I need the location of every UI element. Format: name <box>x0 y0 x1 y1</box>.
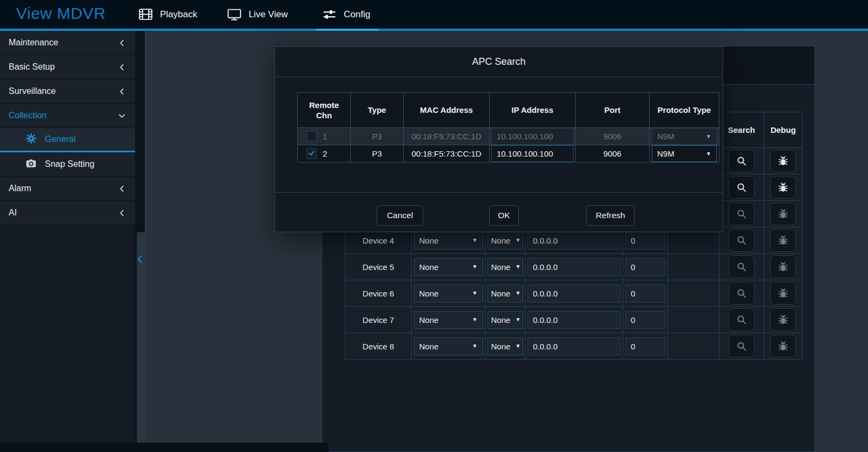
type-select[interactable]: None▼ <box>414 285 483 302</box>
sidebar-item-maintenance[interactable]: Maintenance <box>0 31 135 55</box>
search-icon <box>736 261 747 273</box>
type-select-value: None <box>419 236 439 245</box>
device-port-cell <box>623 307 667 333</box>
apc-ip-cell <box>490 145 575 162</box>
cancel-button[interactable]: Cancel <box>377 205 423 226</box>
chevron-down-icon: ▼ <box>472 317 478 322</box>
subtype-select[interactable]: None▼ <box>488 338 523 355</box>
port-input[interactable] <box>625 338 665 355</box>
debug-button[interactable] <box>770 150 796 172</box>
device-ip-cell <box>525 333 623 359</box>
device-debug-cell <box>764 333 802 359</box>
bug-icon <box>777 287 789 299</box>
debug-button[interactable] <box>770 203 796 225</box>
debug-button[interactable] <box>770 282 796 305</box>
sidebar-item-ai[interactable]: AI <box>0 201 135 225</box>
apc-mac-cell: 00:18:F5:73:CC:1D <box>404 145 489 162</box>
sidebar-item-basic-setup[interactable]: Basic Setup <box>0 55 135 79</box>
chevron-down-icon: ▼ <box>706 134 711 139</box>
debug-button[interactable] <box>770 229 796 252</box>
apc-remote-chn-cell: 2 <box>298 145 350 162</box>
debug-button[interactable] <box>770 308 796 331</box>
device-subtype-cell: None▼ <box>485 280 525 306</box>
type-select[interactable]: None▼ <box>414 232 483 249</box>
sidebar-item-surveillance[interactable]: Surveillance <box>0 79 135 104</box>
device-table-header-search: Search <box>719 112 764 147</box>
search-button[interactable] <box>729 255 755 278</box>
search-button[interactable] <box>729 203 755 225</box>
device-subtype-cell: None▼ <box>485 333 525 359</box>
search-button[interactable] <box>729 282 755 305</box>
refresh-button[interactable]: Refresh <box>586 205 635 226</box>
sidebar-gutter <box>135 31 145 443</box>
search-button[interactable] <box>729 176 755 199</box>
port-input[interactable] <box>625 232 665 249</box>
search-button[interactable] <box>729 229 755 252</box>
sidebar-item-general[interactable]: General <box>0 128 135 152</box>
search-button[interactable] <box>729 150 755 172</box>
type-select[interactable]: None▼ <box>414 258 483 276</box>
type-select-value: None <box>419 315 439 325</box>
search-button[interactable] <box>729 308 755 331</box>
device-search-cell <box>719 227 764 253</box>
sidebar-item-alarm[interactable]: Alarm <box>0 177 135 201</box>
sidebar-item-label: General <box>45 134 76 144</box>
search-button[interactable] <box>729 335 755 357</box>
ip-input[interactable] <box>528 258 620 276</box>
chevron-left-icon <box>117 87 126 96</box>
type-select[interactable]: None▼ <box>414 338 483 355</box>
apc-row-checkbox[interactable] <box>306 131 317 141</box>
apc-ip-input[interactable] <box>491 145 573 162</box>
sidebar: Maintenance Basic Setup Surveillance Col… <box>0 31 135 443</box>
apc-type-cell: P3 <box>351 145 403 162</box>
device-debug-cell <box>764 174 802 200</box>
tab-live-view[interactable]: Live View <box>227 0 288 29</box>
subtype-select[interactable]: None▼ <box>488 311 523 329</box>
protocol-select[interactable]: N9M▼ <box>652 128 717 145</box>
ok-button[interactable]: OK <box>489 205 519 226</box>
sidebar-item-collection[interactable]: Collection <box>0 104 135 128</box>
debug-button[interactable] <box>770 255 796 278</box>
port-input[interactable] <box>625 258 665 276</box>
debug-button[interactable] <box>770 176 796 199</box>
subtype-select[interactable]: None▼ <box>488 285 523 302</box>
device-debug-cell <box>764 307 802 333</box>
ip-input[interactable] <box>528 338 620 355</box>
sidebar-item-snap-setting[interactable]: Snap Setting <box>0 152 135 177</box>
tab-playback[interactable]: Playback <box>138 0 197 29</box>
sidebar-collapse-icon[interactable] <box>134 253 146 265</box>
device-extra-cell <box>668 254 719 280</box>
ip-input[interactable] <box>528 232 620 249</box>
port-input[interactable] <box>625 311 665 329</box>
subtype-select[interactable]: None▼ <box>488 258 523 276</box>
chevron-left-icon <box>117 38 126 48</box>
search-icon <box>736 287 747 299</box>
port-input[interactable] <box>625 285 665 302</box>
chevron-down-icon: ▼ <box>516 264 521 269</box>
subtype-select-value: None <box>491 262 511 272</box>
subtype-select[interactable]: None▼ <box>488 232 523 249</box>
chevron-left-icon <box>117 208 126 218</box>
device-name-cell: Device 7 <box>345 307 411 333</box>
device-search-cell <box>719 280 764 306</box>
content-left-border <box>145 31 146 443</box>
device-name-cell: Device 6 <box>345 280 411 306</box>
device-port-cell <box>623 333 667 359</box>
apc-ip-input[interactable] <box>491 128 573 145</box>
ip-input[interactable] <box>528 285 620 302</box>
chevron-down-icon: ▼ <box>472 343 478 349</box>
apc-row-checkbox[interactable] <box>306 149 317 159</box>
type-select[interactable]: None▼ <box>414 311 483 329</box>
tab-config[interactable]: Config <box>322 0 370 29</box>
device-type-cell: None▼ <box>412 307 485 333</box>
chevron-left-icon <box>117 184 126 193</box>
apc-port-cell: 9006 <box>576 128 649 145</box>
ip-input[interactable] <box>528 311 620 329</box>
device-ip-cell <box>525 307 623 333</box>
protocol-select[interactable]: N9M▼ <box>652 145 717 162</box>
modal-title: APC Search <box>275 47 723 77</box>
apc-header-port: Port <box>576 93 649 127</box>
debug-button[interactable] <box>770 335 796 357</box>
sidebar-item-label: Snap Setting <box>45 159 95 169</box>
device-debug-cell <box>764 254 802 280</box>
